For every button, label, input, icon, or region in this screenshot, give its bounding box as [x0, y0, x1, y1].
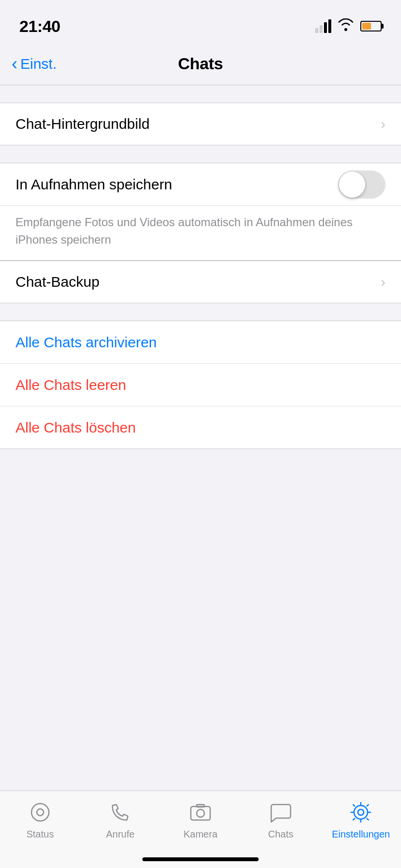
status-time: 21:40 — [19, 17, 60, 36]
svg-point-6 — [354, 806, 368, 819]
delete-all-chats-label: Alle Chats löschen — [15, 419, 136, 436]
svg-rect-2 — [191, 806, 210, 820]
save-to-gallery-description: Empfangene Fotos und Videos automatisch … — [0, 206, 401, 261]
save-to-gallery-label: In Aufnahmen speichern — [15, 176, 172, 193]
chat-backup-cell[interactable]: Chat-Backup › — [0, 261, 401, 303]
status-bar: 21:40 — [0, 0, 401, 43]
tab-status-label: Status — [26, 829, 54, 840]
svg-rect-4 — [197, 805, 204, 807]
page-title: Chats — [178, 54, 223, 73]
section-gap-2 — [0, 145, 401, 163]
back-button[interactable]: ‹ Einst. — [12, 55, 57, 73]
svg-point-3 — [197, 809, 204, 817]
svg-point-5 — [358, 809, 364, 815]
tab-chats-label: Chats — [268, 829, 293, 840]
toggle-knob — [339, 171, 365, 198]
archive-all-chats-label: Alle Chats archivieren — [15, 334, 157, 351]
tab-kamera[interactable]: Kamera — [160, 800, 241, 840]
delete-all-chats-cell[interactable]: Alle Chats löschen — [0, 406, 401, 449]
tab-einstellungen-label: Einstellungen — [332, 829, 390, 840]
anrufe-icon — [108, 800, 133, 825]
chat-backup-label: Chat-Backup — [15, 274, 99, 290]
save-to-gallery-cell: In Aufnahmen speichern — [0, 163, 401, 206]
tab-anrufe-label: Anrufe — [106, 829, 135, 840]
chat-background-cell[interactable]: Chat-Hintergrundbild › — [0, 103, 401, 145]
signal-icon — [315, 19, 331, 33]
svg-point-0 — [31, 804, 49, 821]
save-to-gallery-section: In Aufnahmen speichern Empfangene Fotos … — [0, 163, 401, 261]
tab-anrufe[interactable]: Anrufe — [80, 800, 161, 840]
chats-icon — [268, 800, 293, 825]
status-icon — [28, 800, 53, 825]
tab-kamera-label: Kamera — [184, 829, 217, 840]
chat-backup-chevron-icon: › — [381, 274, 386, 290]
kamera-icon — [188, 800, 213, 825]
tab-status[interactable]: Status — [0, 800, 80, 840]
svg-point-1 — [37, 809, 44, 816]
status-icons — [315, 18, 382, 34]
back-chevron-icon: ‹ — [12, 55, 17, 73]
tab-bar: Status Anrufe Kamera Chats — [0, 790, 401, 868]
back-label: Einst. — [20, 56, 57, 72]
save-to-gallery-desc-text: Empfangene Fotos und Videos automatisch … — [15, 216, 353, 246]
wifi-icon — [337, 18, 355, 34]
home-indicator — [142, 857, 259, 861]
tab-chats[interactable]: Chats — [241, 800, 321, 840]
clear-all-chats-label: Alle Chats leeren — [15, 377, 126, 393]
archive-all-chats-cell[interactable]: Alle Chats archivieren — [0, 321, 401, 364]
action-section: Alle Chats archivieren Alle Chats leeren… — [0, 321, 401, 449]
chat-background-label: Chat-Hintergrundbild — [15, 116, 150, 132]
chat-background-chevron-icon: › — [381, 116, 386, 132]
battery-fill — [362, 23, 371, 30]
nav-bar: ‹ Einst. Chats — [0, 43, 401, 85]
section-gap-1 — [0, 85, 401, 103]
einstellungen-icon — [348, 800, 373, 825]
battery-icon — [360, 21, 382, 31]
section-gap-3 — [0, 303, 401, 321]
save-to-gallery-toggle[interactable] — [338, 170, 386, 199]
tab-einstellungen[interactable]: Einstellungen — [321, 800, 401, 840]
clear-all-chats-cell[interactable]: Alle Chats leeren — [0, 364, 401, 406]
